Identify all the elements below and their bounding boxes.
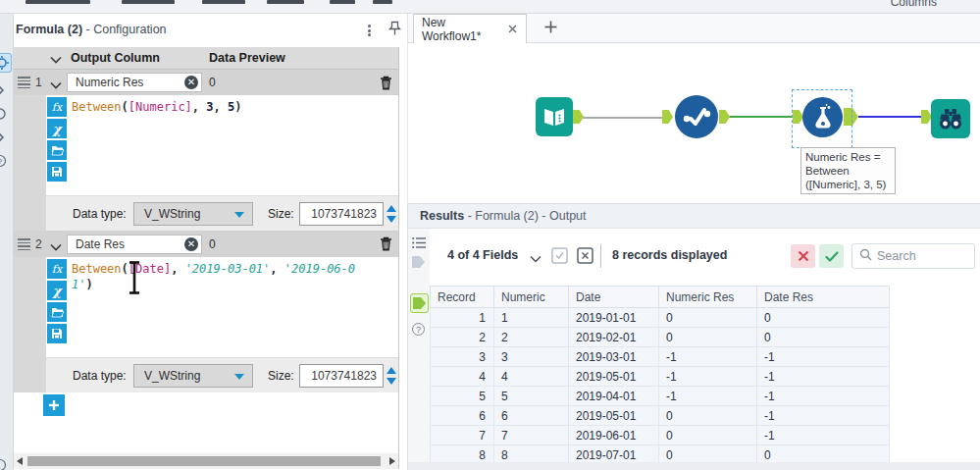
- table-cell[interactable]: 0: [659, 426, 757, 445]
- table-cell[interactable]: 4: [431, 367, 494, 387]
- chevron-down-icon[interactable]: [50, 53, 62, 67]
- pin-icon[interactable]: [387, 21, 402, 40]
- table-cell[interactable]: 0: [757, 328, 890, 347]
- table-cell[interactable]: -1: [757, 426, 890, 445]
- table-cell[interactable]: 2019-02-01: [569, 328, 659, 347]
- table-cell[interactable]: -1: [659, 347, 757, 367]
- column-header-record[interactable]: Record: [431, 287, 494, 308]
- column-header-numeric-res[interactable]: Numeric Res: [659, 287, 757, 308]
- tool-annotation[interactable]: Numeric Res = Between ([Numeric], 3, 5): [800, 147, 896, 194]
- delete-row-icon[interactable]: [379, 75, 393, 94]
- browse-tool[interactable]: [931, 99, 970, 138]
- table-cell[interactable]: 0: [757, 308, 890, 328]
- table-cell[interactable]: 2019-06-01: [569, 426, 659, 445]
- table-cell[interactable]: 2019-03-01: [569, 347, 659, 367]
- table-cell[interactable]: 3: [494, 347, 569, 367]
- column-header-numeric[interactable]: Numeric: [494, 287, 569, 308]
- success-filter-button[interactable]: [819, 244, 844, 268]
- chevron-down-icon[interactable]: [50, 240, 62, 254]
- chevron-down-icon[interactable]: [530, 252, 542, 266]
- table-cell[interactable]: -1: [757, 347, 890, 367]
- add-row-button[interactable]: [43, 394, 65, 416]
- select-all-checkbox-icon[interactable]: [551, 247, 568, 267]
- input-data-tool[interactable]: [536, 97, 573, 136]
- open-expression-icon[interactable]: [47, 140, 67, 160]
- results-scroll-track[interactable]: [408, 462, 980, 470]
- expression-editor-1[interactable]: fx χ Between([Numeric], 3, 5): [46, 95, 398, 195]
- column-header-date[interactable]: Date: [569, 287, 659, 308]
- output-column-input[interactable]: [68, 235, 178, 253]
- table-cell[interactable]: -1: [659, 367, 757, 387]
- output-column-input[interactable]: [68, 74, 178, 91]
- column-header-date-res[interactable]: Date Res: [757, 287, 890, 308]
- output-anchor-selected[interactable]: [410, 293, 429, 313]
- clear-field-icon[interactable]: ✕: [184, 76, 198, 89]
- expression-text[interactable]: Between([Numeric], 3, 5): [72, 99, 366, 115]
- size-stepper[interactable]: [387, 202, 398, 226]
- horizontal-scrollbar[interactable]: [14, 453, 398, 469]
- table-cell[interactable]: 2: [431, 328, 494, 347]
- refresh-icon[interactable]: [0, 106, 12, 126]
- table-cell[interactable]: 2019-05-01: [569, 367, 659, 387]
- help-icon[interactable]: [0, 457, 12, 470]
- table-cell[interactable]: 2: [494, 328, 569, 347]
- data-type-dropdown[interactable]: V_WString: [133, 364, 253, 388]
- list-view-icon[interactable]: [412, 236, 427, 252]
- gear-icon[interactable]: [0, 53, 12, 73]
- functions-icon[interactable]: fx: [47, 259, 67, 279]
- table-cell[interactable]: 0: [659, 406, 757, 426]
- close-tab-icon[interactable]: [507, 24, 518, 35]
- delete-row-icon[interactable]: [379, 235, 393, 255]
- variables-icon[interactable]: χ: [47, 281, 67, 300]
- expression-text[interactable]: Between([Date], '2019-03-01', '2019-06-0…: [72, 261, 358, 292]
- chevron-right-icon[interactable]: [0, 130, 12, 149]
- open-expression-icon[interactable]: [47, 302, 67, 322]
- errors-filter-button[interactable]: [791, 244, 815, 268]
- table-cell[interactable]: -1: [757, 367, 890, 387]
- help-icon[interactable]: ?: [412, 323, 425, 336]
- scroll-left-icon[interactable]: [17, 457, 23, 465]
- new-tab-icon[interactable]: [543, 20, 561, 37]
- scroll-right-icon[interactable]: [389, 457, 395, 465]
- functions-icon[interactable]: fx: [47, 97, 67, 117]
- select-tool[interactable]: [675, 95, 718, 138]
- size-input[interactable]: [300, 204, 381, 224]
- save-expression-icon[interactable]: [47, 162, 67, 182]
- input-anchor-icon[interactable]: [412, 256, 425, 268]
- size-input[interactable]: [300, 366, 381, 386]
- save-expression-icon[interactable]: [47, 324, 67, 343]
- chevron-down-icon[interactable]: [50, 78, 62, 92]
- table-cell[interactable]: 2019-05-01: [569, 406, 659, 426]
- columns-menu-label[interactable]: Columns: [891, 0, 937, 9]
- table-cell[interactable]: 0: [659, 328, 757, 347]
- table-cell[interactable]: 6: [494, 406, 569, 426]
- table-cell[interactable]: 2019-01-01: [569, 308, 659, 328]
- scrollbar-thumb[interactable]: [27, 456, 381, 466]
- table-cell[interactable]: 1: [431, 308, 494, 328]
- workflow-canvas[interactable]: Numeric Res = Between ([Numeric], 3, 5): [407, 43, 980, 203]
- chevron-right-icon[interactable]: [0, 82, 12, 102]
- drag-handle-icon[interactable]: [18, 238, 30, 250]
- table-cell[interactable]: 7: [431, 426, 494, 445]
- table-cell[interactable]: 6: [431, 406, 494, 426]
- table-cell[interactable]: 1: [494, 308, 569, 328]
- table-cell[interactable]: 5: [431, 387, 494, 406]
- fields-summary[interactable]: 4 of 4 Fields: [447, 248, 518, 262]
- clear-field-icon[interactable]: ✕: [184, 237, 198, 251]
- data-type-dropdown[interactable]: V_WString: [133, 202, 253, 226]
- table-cell[interactable]: 0: [659, 308, 757, 328]
- table-cell[interactable]: 3: [431, 347, 494, 367]
- formula-tool[interactable]: [802, 97, 843, 137]
- deselect-all-icon[interactable]: [577, 247, 593, 267]
- table-cell[interactable]: 4: [494, 367, 569, 387]
- table-cell[interactable]: -1: [757, 387, 890, 406]
- workflow-tab[interactable]: New Workflow1*: [413, 14, 527, 43]
- table-cell[interactable]: -1: [757, 406, 890, 426]
- more-options-icon[interactable]: [362, 23, 376, 38]
- size-stepper[interactable]: [387, 364, 398, 388]
- expression-editor-2[interactable]: fx χ Between([Date], '2019-03-01', '2019…: [46, 257, 398, 357]
- table-cell[interactable]: 5: [494, 387, 569, 406]
- table-cell[interactable]: -1: [659, 387, 757, 406]
- table-cell[interactable]: 7: [494, 426, 569, 445]
- variables-icon[interactable]: χ: [47, 119, 67, 138]
